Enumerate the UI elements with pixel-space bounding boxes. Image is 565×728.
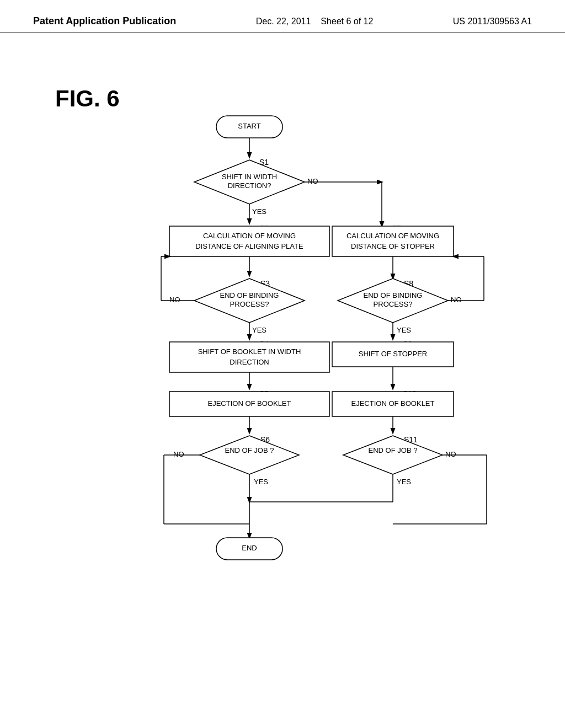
figure-label: FIG. 6 bbox=[55, 85, 120, 112]
svg-text:SHIFT OF STOPPER: SHIFT OF STOPPER bbox=[359, 350, 427, 358]
svg-text:SHIFT IN WIDTH: SHIFT IN WIDTH bbox=[222, 173, 277, 181]
svg-text:EJECTION OF BOOKLET: EJECTION OF BOOKLET bbox=[208, 399, 291, 408]
svg-marker-35 bbox=[200, 436, 299, 474]
svg-text:END OF BINDING: END OF BINDING bbox=[364, 291, 423, 299]
svg-text:YES: YES bbox=[397, 326, 411, 334]
svg-text:YES: YES bbox=[252, 326, 266, 334]
svg-text:PROCESS?: PROCESS? bbox=[230, 300, 269, 308]
svg-text:END OF JOB ?: END OF JOB ? bbox=[225, 446, 274, 454]
svg-text:START: START bbox=[238, 122, 260, 130]
svg-text:CALCULATION OF MOVING: CALCULATION OF MOVING bbox=[203, 232, 296, 240]
svg-text:YES: YES bbox=[254, 478, 268, 486]
svg-rect-26 bbox=[169, 342, 329, 372]
svg-text:NO: NO bbox=[307, 177, 318, 185]
date-sheet-label: Dec. 22, 2011 Sheet 6 of 12 bbox=[256, 17, 374, 26]
svg-rect-45 bbox=[332, 226, 454, 256]
svg-text:END OF BINDING: END OF BINDING bbox=[220, 291, 279, 299]
svg-marker-68 bbox=[343, 436, 443, 474]
svg-text:NO: NO bbox=[173, 450, 184, 458]
svg-text:END OF JOB ?: END OF JOB ? bbox=[369, 446, 418, 454]
svg-text:EJECTION OF BOOKLET: EJECTION OF BOOKLET bbox=[351, 399, 435, 408]
svg-text:YES: YES bbox=[397, 478, 411, 486]
date-label: Dec. 22, 2011 bbox=[256, 17, 311, 26]
svg-text:DIRECTION?: DIRECTION? bbox=[228, 181, 271, 190]
svg-text:DISTANCE OF ALIGNING PLATE: DISTANCE OF ALIGNING PLATE bbox=[195, 242, 303, 250]
svg-text:YES: YES bbox=[252, 207, 266, 216]
svg-text:NO: NO bbox=[451, 296, 462, 304]
page-header: Patent Application Publication Dec. 22, … bbox=[0, 0, 565, 33]
svg-text:CALCULATION OF MOVING: CALCULATION OF MOVING bbox=[347, 232, 439, 240]
sheet-label: Sheet 6 of 12 bbox=[321, 17, 373, 26]
patent-number-label: US 2011/309563 A1 bbox=[453, 17, 532, 26]
flowchart-diagram: START S1 SHIFT IN WIDTH DIRECTION? YES N… bbox=[67, 110, 498, 689]
publication-label: Patent Application Publication bbox=[33, 15, 176, 27]
svg-text:NO: NO bbox=[169, 296, 180, 304]
svg-text:SHIFT OF BOOKLET IN WIDTH: SHIFT OF BOOKLET IN WIDTH bbox=[198, 347, 301, 356]
svg-rect-11 bbox=[169, 226, 329, 256]
svg-text:END: END bbox=[242, 544, 257, 552]
svg-text:NO: NO bbox=[445, 450, 456, 458]
svg-text:DISTANCE OF STOPPER: DISTANCE OF STOPPER bbox=[351, 242, 435, 250]
svg-text:DIRECTION: DIRECTION bbox=[230, 358, 269, 366]
svg-text:PROCESS?: PROCESS? bbox=[374, 300, 413, 308]
